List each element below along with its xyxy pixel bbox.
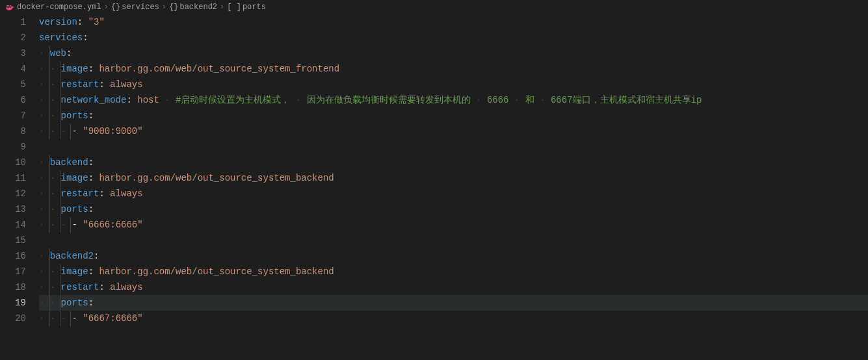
line-number: 2 xyxy=(0,30,26,45)
line-number: 18 xyxy=(0,279,26,295)
line-number: 11 xyxy=(0,170,26,186)
code-line[interactable]: · · · - "9000:9000" xyxy=(39,123,868,139)
line-number: 5 xyxy=(0,77,26,92)
code-line[interactable]: · · · - "6667:6666" xyxy=(39,311,868,326)
code-line[interactable]: · · restart: always xyxy=(39,77,868,92)
code-line[interactable] xyxy=(39,233,868,248)
code-line[interactable]: · · restart: always xyxy=(39,279,868,295)
breadcrumb-item-ports[interactable]: ports xyxy=(243,3,266,12)
code-line[interactable] xyxy=(39,139,868,155)
line-number-gutter: 1234567891011121314151617181920 xyxy=(0,14,39,326)
breadcrumb-item-services[interactable]: services xyxy=(122,3,159,12)
chevron-right-icon: › xyxy=(220,3,224,12)
code-line[interactable]: · · ports: xyxy=(39,295,868,311)
code-line[interactable]: · · · - "6666:6666" xyxy=(39,217,868,233)
code-line[interactable]: · backend2: xyxy=(39,248,868,264)
code-line[interactable]: services: xyxy=(39,30,868,45)
line-number: 7 xyxy=(0,108,26,123)
line-number: 1 xyxy=(0,14,26,30)
chevron-right-icon: › xyxy=(104,3,109,12)
code-line[interactable]: · backend: xyxy=(39,155,868,170)
line-number: 17 xyxy=(0,264,26,279)
object-icon: {} xyxy=(169,3,178,12)
line-number: 10 xyxy=(0,155,26,170)
code-editor[interactable]: 1234567891011121314151617181920 version:… xyxy=(0,14,868,326)
code-line[interactable]: · · ports: xyxy=(39,108,868,123)
line-number: 15 xyxy=(0,233,26,248)
code-line[interactable]: · · ports: xyxy=(39,201,868,217)
breadcrumb-file[interactable]: docker-compose.yml xyxy=(17,3,101,12)
array-icon: [ ] xyxy=(227,3,241,12)
code-line[interactable]: · · image: harbor.gg.com/web/out_source_… xyxy=(39,170,868,186)
chevron-right-icon: › xyxy=(162,3,166,12)
breadcrumb[interactable]: docker-compose.yml › {} services › {} ba… xyxy=(0,0,868,14)
breadcrumb-item-backend2[interactable]: backend2 xyxy=(179,3,217,12)
line-number: 9 xyxy=(0,139,26,155)
code-line[interactable]: · · restart: always xyxy=(39,186,868,201)
object-icon: {} xyxy=(111,3,120,12)
line-number: 20 xyxy=(0,311,26,326)
code-area[interactable]: version: "3"services:· web:· · image: ha… xyxy=(39,14,868,326)
code-line[interactable]: version: "3" xyxy=(39,14,868,30)
line-number: 8 xyxy=(0,123,26,139)
code-line[interactable]: · · image: harbor.gg.com/web/out_source_… xyxy=(39,264,868,279)
line-number: 3 xyxy=(0,45,26,61)
line-number: 6 xyxy=(0,92,26,108)
docker-icon xyxy=(5,3,14,12)
line-number: 14 xyxy=(0,217,26,233)
code-line[interactable]: · · image: harbor.gg.com/web/out_source_… xyxy=(39,61,868,77)
code-line[interactable]: · · network_mode: host · #启动时候设置为主机模式， ·… xyxy=(39,92,868,108)
code-line[interactable]: · web: xyxy=(39,45,868,61)
line-number: 16 xyxy=(0,248,26,264)
line-number: 4 xyxy=(0,61,26,77)
line-number: 12 xyxy=(0,186,26,201)
line-number: 19 xyxy=(0,295,26,311)
line-number: 13 xyxy=(0,201,26,217)
